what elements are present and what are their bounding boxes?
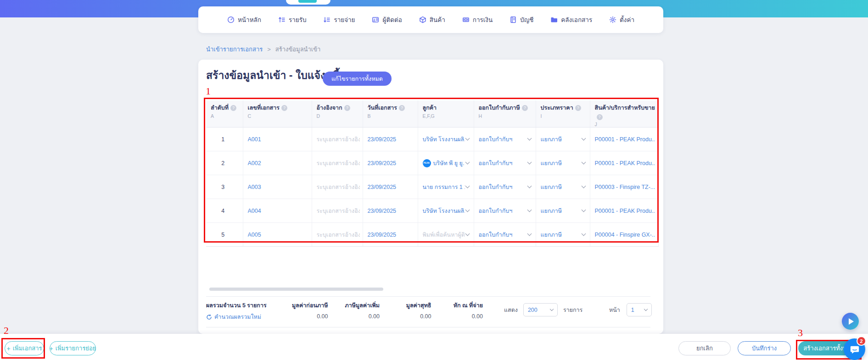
recalculate-label: คำนวณผลรวมใหม่	[214, 312, 261, 321]
breadcrumb-link-import-documents[interactable]: นำเข้ารายการเอกสาร	[206, 44, 263, 54]
document-date-cell[interactable]: 23/09/2025	[363, 175, 418, 199]
price-type-dropdown-cell[interactable]: แยกภาษี	[536, 223, 590, 247]
tax-invoice-dropdown-cell[interactable]: ออกใบกำกับฯ	[474, 151, 536, 175]
column-header-label: เลขที่เอกสาร	[248, 105, 280, 111]
column-header: วันที่เอกสาร?B	[363, 100, 418, 127]
view-toggle[interactable]	[286, 0, 330, 5]
document-number-cell[interactable]: A003	[243, 175, 312, 199]
column-header-label: ออกใบกำกับภาษี	[479, 105, 520, 111]
price-type-dropdown-cell[interactable]: แยกภาษี	[536, 175, 590, 199]
nav-item-3[interactable]: รายจ่าย	[323, 15, 355, 25]
reference-cell[interactable]: ระบุเอกสารอ้างอิง (	[312, 199, 363, 223]
document-date-cell[interactable]: 23/09/2025	[363, 127, 418, 151]
customer-dropdown-cell[interactable]: บริษัท โรงงานผลิ...	[418, 127, 474, 151]
nav-item-5[interactable]: สินค้า	[419, 15, 445, 25]
document-date-cell[interactable]: 23/09/2025	[363, 151, 418, 175]
reference-cell[interactable]: ระบุเอกสารอ้างอิง (	[312, 127, 363, 151]
documents-table-wrap: ลำดับที่?Aเลขที่เอกสาร?Cอ้างอิงจาก?Dวันท…	[206, 100, 658, 247]
page-control: หน้า 1	[609, 303, 652, 316]
document-number-cell[interactable]: A005	[243, 223, 312, 247]
column-header-label: ประเภทราคา	[541, 105, 573, 111]
table-header-row: ลำดับที่?Aเลขที่เอกสาร?Cอ้างอิงจาก?Dวันท…	[206, 100, 658, 127]
product-cell[interactable]: P00001 - PEAK Produ...	[590, 199, 658, 223]
product-cell[interactable]: P00004 - Finspire GX-...	[590, 223, 658, 247]
reference-cell[interactable]: ระบุเอกสารอ้างอิง (	[312, 151, 363, 175]
per-page-select[interactable]: 200	[523, 303, 558, 316]
row-number-cell: 1	[206, 127, 243, 151]
summary-amount-value: 0.00	[380, 313, 431, 320]
chevron-down-icon	[581, 231, 586, 236]
per-page-value: 200	[528, 307, 538, 313]
nav-item-label: การเงิน	[473, 15, 493, 25]
contacts-icon	[372, 16, 379, 23]
page-select[interactable]: 1	[627, 303, 652, 316]
price-type-dropdown-cell[interactable]: แยกภาษี	[536, 151, 590, 175]
card-bottom-divider	[206, 327, 650, 327]
chevron-down-icon	[527, 231, 532, 236]
chevron-down-icon	[465, 231, 470, 236]
save-draft-button[interactable]: บันทึกร่าง	[738, 341, 791, 355]
nav-item-7[interactable]: บัญชี	[510, 15, 533, 25]
column-letter: E,F,G	[423, 113, 474, 119]
edit-all-button[interactable]: แก้ไขรายการทั้งหมด	[323, 72, 392, 86]
customer-dropdown-cell[interactable]: พิมพ์เพื่อค้นหาผู้ติดต่อ	[418, 223, 474, 247]
help-icon[interactable]: ?	[281, 105, 287, 111]
document-number-cell[interactable]: A002	[243, 151, 312, 175]
products-icon	[419, 16, 426, 23]
chevron-down-icon	[527, 136, 532, 140]
customer-dropdown-cell[interactable]: นาย กรรมการ 1 1	[418, 175, 474, 199]
customer-dropdown-cell[interactable]: บริษัท โรงงานผลิ...	[418, 199, 474, 223]
video-tutorial-button[interactable]	[842, 313, 859, 330]
help-icon[interactable]: ?	[230, 105, 236, 111]
product-cell[interactable]: P00003 - Finspire TZ-...	[590, 175, 658, 199]
nav-item-1[interactable]: หน้าหลัก	[227, 15, 261, 25]
row-number-cell: 3	[206, 175, 243, 199]
help-icon[interactable]: ?	[597, 114, 603, 120]
column-letter: A	[211, 113, 243, 119]
product-cell[interactable]: P00001 - PEAK Produ...	[590, 151, 658, 175]
summary-amounts: มูลค่าก่อนภาษี0.00ภาษีมูลค่าเพิ่ม0.00มูล…	[276, 301, 483, 320]
tax-invoice-dropdown-cell[interactable]: ออกใบกำกับฯ	[474, 175, 536, 199]
help-icon[interactable]: ?	[575, 105, 581, 111]
chevron-down-icon	[465, 207, 470, 212]
table-row: 3A003ระบุเอกสารอ้างอิง (23/09/2025นาย กร…	[206, 175, 658, 199]
nav-item-2[interactable]: รายรับ	[278, 15, 307, 25]
reference-cell[interactable]: ระบุเอกสารอ้างอิง (	[312, 223, 363, 247]
row-number-cell: 2	[206, 151, 243, 175]
page-label: หน้า	[609, 305, 620, 315]
document-number-cell[interactable]: A001	[243, 127, 312, 151]
refresh-icon	[206, 314, 212, 320]
plus-icon: +	[6, 345, 10, 352]
help-icon[interactable]: ?	[522, 105, 528, 111]
price-type-dropdown-cell[interactable]: แยกภาษี	[536, 127, 590, 151]
nav-item-8[interactable]: คลังเอกสาร	[550, 15, 592, 25]
horizontal-scrollbar-thumb[interactable]	[209, 288, 383, 291]
column-letter: B	[368, 113, 418, 119]
add-subitem-button[interactable]: + เพิ่มรายการย่อย	[50, 341, 96, 355]
summary-amount-label: มูลค่าสุทธิ	[380, 301, 431, 310]
document-date-cell[interactable]: 23/09/2025	[363, 199, 418, 223]
tax-invoice-dropdown-cell[interactable]: ออกใบกำกับฯ	[474, 223, 536, 247]
nav-item-label: ตั้งค่า	[620, 15, 634, 25]
cancel-button[interactable]: ยกเลิก	[678, 341, 731, 355]
document-number-cell[interactable]: A004	[243, 199, 312, 223]
nav-item-9[interactable]: ตั้งค่า	[609, 15, 634, 25]
recalculate-link[interactable]: คำนวณผลรวมใหม่	[206, 312, 267, 321]
tax-invoice-dropdown-cell[interactable]: ออกใบกำกับฯ	[474, 127, 536, 151]
customer-dropdown-cell[interactable]: PEAKบริษัท พี ยู ยู...	[418, 151, 474, 175]
add-document-button[interactable]: + เพิ่มเอกสาร	[5, 341, 44, 355]
column-header-label: อ้างอิงจาก	[317, 105, 342, 111]
summary-amount-value: 0.00	[276, 313, 328, 320]
nav-item-4[interactable]: ผู้ติดต่อ	[372, 15, 402, 25]
summary-amount-label: หัก ณ ที่จ่าย	[431, 301, 483, 310]
tax-invoice-dropdown-cell[interactable]: ออกใบกำกับฯ	[474, 199, 536, 223]
help-icon[interactable]: ?	[344, 105, 350, 111]
price-type-dropdown-cell[interactable]: แยกภาษี	[536, 199, 590, 223]
reference-cell[interactable]: ระบุเอกสารอ้างอิง (	[312, 175, 363, 199]
chevron-down-icon	[581, 136, 586, 140]
column-header-label: สินค้า/บริการสำหรับขาย	[595, 105, 655, 111]
help-icon[interactable]: ?	[399, 105, 405, 111]
document-date-cell[interactable]: 23/09/2025	[363, 223, 418, 247]
product-cell[interactable]: P00001 - PEAK Produ...	[590, 127, 658, 151]
nav-item-6[interactable]: การเงิน	[462, 15, 493, 25]
